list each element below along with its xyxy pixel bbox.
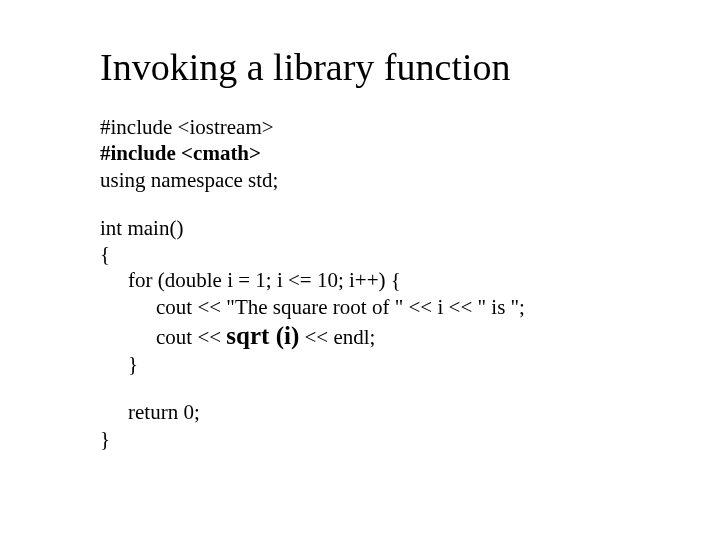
code-line-emphasis: #include <cmath> xyxy=(100,140,630,166)
code-line: } xyxy=(100,426,630,452)
code-line: int main() xyxy=(100,215,630,241)
code-line: #include <iostream> xyxy=(100,114,630,140)
code-block: #include <iostream> #include <cmath> usi… xyxy=(100,114,630,452)
code-line: } xyxy=(100,351,630,377)
code-line: return 0; xyxy=(100,399,630,425)
code-line: cout << "The square root of " << i << " … xyxy=(100,294,630,320)
slide-title: Invoking a library function xyxy=(100,45,630,89)
code-line: using namespace std; xyxy=(100,167,630,193)
code-emphasis-sqrt: sqrt (i) xyxy=(226,322,299,349)
code-line: { xyxy=(100,241,630,267)
code-line: cout << sqrt (i) << endl; xyxy=(100,320,630,351)
code-line: for (double i = 1; i <= 10; i++) { xyxy=(100,267,630,293)
